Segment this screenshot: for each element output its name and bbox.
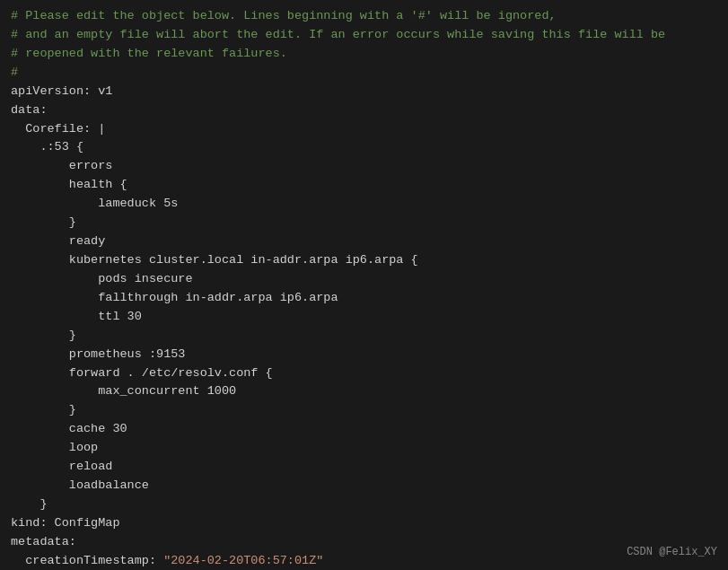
line-28: kind: ConfigMap bbox=[11, 514, 717, 533]
line-15: pods insecure bbox=[11, 270, 717, 289]
line-25: reload bbox=[11, 458, 717, 477]
watermark: CSDN @Felix_XY bbox=[627, 544, 717, 561]
line-26: loadbalance bbox=[11, 477, 717, 495]
line-18: } bbox=[11, 327, 717, 346]
line-22: } bbox=[11, 401, 717, 420]
line-2: # and an empty file will abort the edit.… bbox=[11, 26, 717, 45]
line-29: metadata: bbox=[11, 533, 717, 552]
line-10: health { bbox=[11, 176, 717, 195]
line-1: # Please edit the object below. Lines be… bbox=[11, 7, 717, 26]
line-21: max_concurrent 1000 bbox=[11, 382, 717, 401]
line-17: ttl 30 bbox=[11, 308, 717, 327]
line-20: forward . /etc/resolv.conf { bbox=[11, 364, 717, 383]
line-16: fallthrough in-addr.arpa ip6.arpa bbox=[11, 289, 717, 308]
line-11: lameduck 5s bbox=[11, 195, 717, 214]
line-5: apiVersion: v1 bbox=[11, 83, 717, 101]
line-6: data: bbox=[11, 101, 717, 120]
line-9: errors bbox=[11, 157, 717, 176]
line-8: .:53 { bbox=[11, 138, 717, 157]
line-23: cache 30 bbox=[11, 420, 717, 439]
line-14: kubernetes cluster.local in-addr.arpa ip… bbox=[11, 251, 717, 270]
line-4: # bbox=[11, 64, 717, 83]
line-12: } bbox=[11, 214, 717, 232]
editor-container: # Please edit the object below. Lines be… bbox=[0, 0, 728, 570]
line-3: # reopened with the relevant failures. bbox=[11, 45, 717, 64]
line-27: } bbox=[11, 495, 717, 514]
code-content[interactable]: # Please edit the object below. Lines be… bbox=[11, 7, 717, 570]
line-13: ready bbox=[11, 232, 717, 251]
line-7: Corefile: | bbox=[11, 120, 717, 139]
line-19: prometheus :9153 bbox=[11, 346, 717, 364]
line-24: loop bbox=[11, 439, 717, 458]
line-30: creationTimestamp: "2024-02-20T06:57:01Z… bbox=[11, 552, 717, 570]
